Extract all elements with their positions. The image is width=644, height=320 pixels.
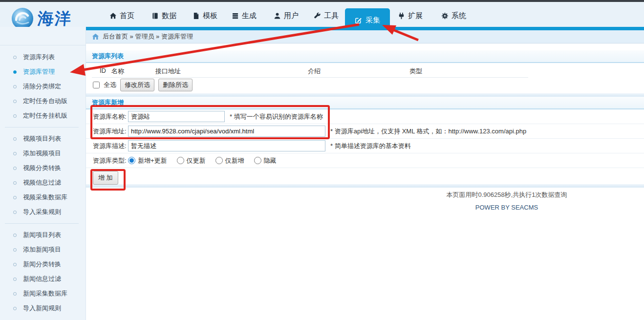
bullet-icon: [13, 137, 17, 141]
bullet-icon: [13, 292, 17, 296]
wrench-icon: [314, 12, 321, 20]
form-row-type: 资源库类型: 新增+更新 仅更新 仅新增 隐藏: [86, 153, 644, 168]
submit-row: 增 加: [86, 168, 644, 184]
bullet-icon: [13, 307, 17, 310]
column-id: ID: [100, 67, 106, 74]
column-type: 类型: [409, 67, 422, 76]
bullet-icon: [13, 263, 17, 266]
bullet-icon: [13, 100, 17, 103]
radio-add-only-input[interactable]: [215, 157, 223, 164]
nav-item-data[interactable]: 数据: [151, 8, 176, 23]
bullet-icon: [13, 152, 17, 155]
resource-list-panel-title: 资源库列表: [86, 50, 644, 63]
type-label: 资源库类型:: [93, 156, 128, 165]
bullet-icon: [13, 167, 17, 170]
radio-update-only-input[interactable]: [177, 157, 184, 164]
form-row-url: 资源库地址: * 资源库api地址，仅支持 XML 格式，如：http://ww…: [86, 124, 644, 139]
sidebar-item-video-collect-db[interactable]: 视频采集数据库: [0, 190, 86, 205]
nav-underline-bar: [86, 27, 644, 30]
sidebar-top-rule: [0, 45, 86, 45]
sidebar-item-news-category-convert[interactable]: 新闻分类转换: [0, 257, 86, 272]
panel-divider-bar: [86, 93, 644, 97]
sidebar: 资源库列表 资源库管理 清除分类绑定 定时任务自动版 定时任务挂机版 视频项目列…: [0, 27, 86, 320]
sidebar-item-add-video-project[interactable]: 添加视频项目: [0, 146, 86, 161]
select-all-label: 全选: [104, 81, 116, 89]
sidebar-item-video-project-list[interactable]: 视频项目列表: [0, 131, 86, 146]
type-radio-group: 新增+更新 仅更新 仅新增 隐藏: [128, 156, 277, 165]
bullet-icon: [13, 85, 17, 88]
form-row-desc: 资源库描述: * 简单描述资源库的基本资料: [86, 139, 644, 153]
sidebar-item-timed-task-hangup[interactable]: 定时任务挂机版: [0, 108, 86, 123]
sidebar-item-resource-list[interactable]: 资源库列表: [0, 50, 86, 64]
resource-url-input[interactable]: [128, 126, 325, 137]
url-hint: * 资源库api地址，仅支持 XML 格式，如：http://www.123.c…: [330, 127, 526, 136]
sidebar-item-import-collect-rules[interactable]: 导入采集规则: [0, 205, 86, 219]
list-controls-row: 全选 修改所选 删除所选: [86, 78, 644, 92]
column-name: 名称: [111, 67, 124, 76]
sidebar-item-video-info-filter[interactable]: 视频信息过滤: [0, 175, 86, 190]
column-api-url: 接口地址: [155, 67, 181, 76]
delete-selected-button[interactable]: 删除所选: [158, 79, 193, 91]
modify-selected-button[interactable]: 修改所选: [120, 79, 154, 91]
resource-table-header: ID 名称 接口地址 介绍 类型: [92, 63, 528, 78]
column-intro: 介绍: [308, 67, 321, 76]
page-footer: 本页面用时0.906258秒,共执行1次数据查询 POWER BY SEACMS: [367, 191, 644, 211]
user-icon: [274, 12, 281, 20]
bullet-icon: [13, 181, 17, 185]
breadcrumb-text: 后台首页 » 管理员 » 资源库管理: [103, 32, 193, 41]
nav-item-template[interactable]: 模板: [193, 8, 217, 23]
radio-update-only[interactable]: 仅更新: [177, 156, 206, 165]
plug-icon: [398, 12, 405, 20]
sidebar-item-import-news-rules[interactable]: 导入新闻规则: [0, 301, 86, 316]
radio-hidden[interactable]: 隐藏: [254, 156, 277, 165]
radio-add-only[interactable]: 仅新增: [215, 156, 244, 165]
desc-hint: * 简单描述资源库的基本资料: [330, 142, 411, 150]
sidebar-item-add-news-project[interactable]: 添加新闻项目: [0, 242, 86, 257]
select-all-checkbox[interactable]: [93, 82, 100, 88]
sidebar-divider: [5, 127, 79, 128]
sidebar-item-news-project-list[interactable]: 新闻项目列表: [0, 228, 86, 242]
sidebar-item-news-collect-db[interactable]: 新闻采集数据库: [0, 286, 86, 301]
radio-add-update[interactable]: 新增+更新: [128, 156, 167, 165]
sidebar-item-video-category-convert[interactable]: 视频分类转换: [0, 161, 86, 175]
template-icon: [193, 12, 200, 20]
add-button[interactable]: 增 加: [93, 171, 118, 185]
bullet-icon: [13, 114, 17, 118]
gear-icon: [441, 12, 449, 20]
nav-item-home[interactable]: 首页: [109, 8, 134, 23]
name-label: 资源库名称:: [93, 112, 128, 121]
database-icon: [151, 12, 159, 20]
radio-add-update-input[interactable]: [128, 157, 135, 164]
nav-item-generate[interactable]: 生成: [232, 8, 257, 23]
bullet-icon: [13, 277, 17, 281]
bullet-icon: [13, 248, 17, 252]
sidebar-item-clear-category-binding[interactable]: 清除分类绑定: [0, 79, 86, 94]
radio-hidden-input[interactable]: [254, 157, 261, 164]
sidebar-divider: [5, 223, 79, 224]
header: 海洋 首页 数据 模板 生成 用户 工具 采集 扩展 系统: [0, 2, 644, 27]
nav-item-user[interactable]: 用户: [274, 8, 299, 23]
nav-item-extension[interactable]: 扩展: [398, 8, 423, 23]
bullet-icon: [13, 56, 17, 59]
form-row-name: 资源库名称: * 填写一个容易识别的资源库名称: [86, 109, 644, 124]
nav-item-tools[interactable]: 工具: [314, 8, 339, 23]
sidebar-item-resource-manage[interactable]: 资源库管理: [0, 64, 86, 79]
home-icon: [109, 12, 117, 20]
bullet-icon: [13, 70, 17, 74]
breadcrumb: 后台首页 » 管理员 » 资源库管理: [86, 30, 644, 43]
sidebar-item-news-info-filter[interactable]: 新闻信息过滤: [0, 272, 86, 286]
bullet-icon: [13, 234, 17, 237]
page-stats: 本页面用时0.906258秒,共执行1次数据查询: [367, 191, 644, 199]
desc-label: 资源库描述:: [93, 142, 128, 150]
resource-name-input[interactable]: [128, 111, 225, 122]
nav-item-system[interactable]: 系统: [441, 8, 466, 23]
bullet-icon: [13, 196, 17, 199]
logo-text: 海洋: [37, 8, 72, 30]
panel-bottom-bar: [86, 184, 644, 188]
resource-desc-input[interactable]: [128, 140, 325, 151]
bullet-icon: [13, 211, 17, 214]
url-label: 资源库地址:: [93, 127, 128, 136]
sidebar-item-timed-task-auto[interactable]: 定时任务自动版: [0, 94, 86, 108]
name-hint: * 填写一个容易识别的资源库名称: [230, 112, 323, 121]
main-content: 资源库列表 ID 名称 接口地址 介绍 类型 全选 修改所选 删除所选 资源库新…: [86, 44, 644, 320]
